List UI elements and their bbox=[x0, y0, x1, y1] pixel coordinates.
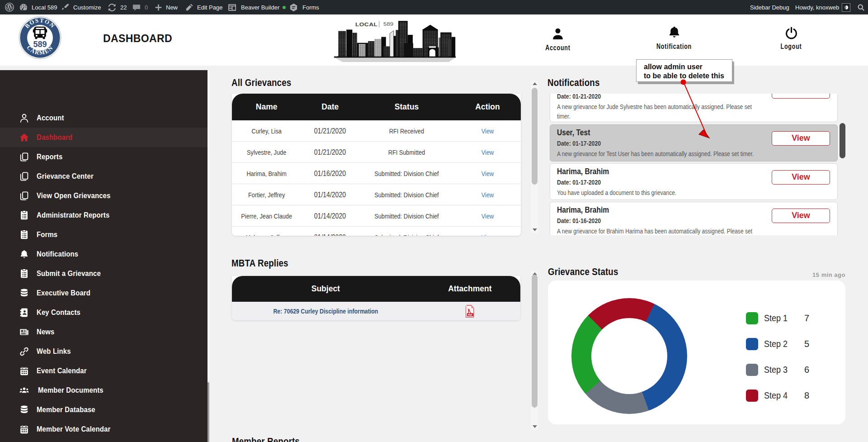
svg-text:589: 589 bbox=[33, 40, 47, 49]
svg-text:PDF: PDF bbox=[467, 313, 472, 316]
svg-text:589: 589 bbox=[383, 21, 393, 27]
svg-text:LOCAL: LOCAL bbox=[355, 22, 377, 28]
